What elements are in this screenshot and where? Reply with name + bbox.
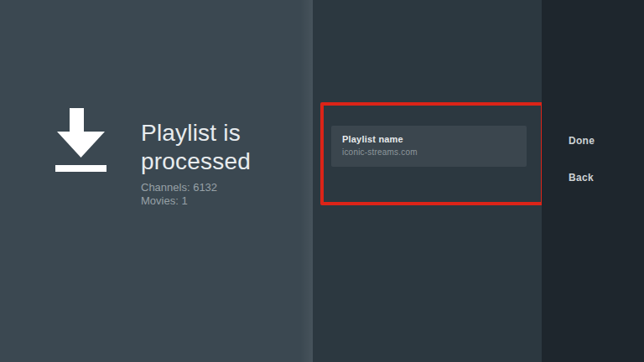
movies-count: Movies: 1	[141, 194, 217, 208]
download-icon	[55, 108, 106, 172]
page-title: Playlist is processed	[141, 119, 296, 176]
playlist-name-value: iconic-streams.com	[342, 147, 516, 158]
channels-count: Channels: 6132	[141, 181, 217, 194]
playlist-name-field[interactable]: Playlist name iconic-streams.com	[331, 126, 527, 167]
summary-panel: Playlist is processed Channels: 6132 Mov…	[0, 0, 313, 362]
back-button[interactable]: Back	[569, 171, 594, 184]
playlist-stats: Channels: 6132 Movies: 1	[141, 181, 217, 208]
playlist-name-label: Playlist name	[342, 133, 516, 145]
form-panel	[313, 0, 542, 362]
done-button[interactable]: Done	[569, 134, 595, 147]
